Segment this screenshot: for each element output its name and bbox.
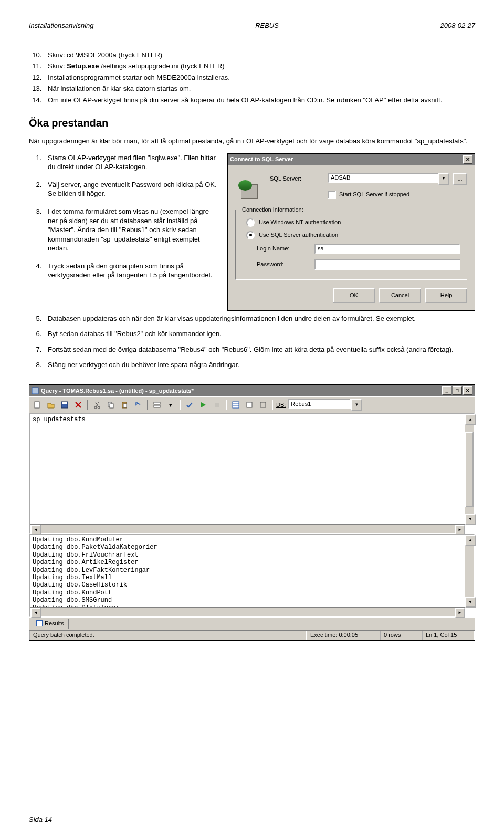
svg-rect-10 (154, 402, 160, 404)
query-editor-text: sp_updatestats (33, 416, 86, 423)
execute-mode-icon[interactable] (151, 399, 163, 411)
result-line: Updating dbo.SMSGrund (33, 597, 471, 604)
section-intro: När uppgraderingen är klar bör man, för … (29, 137, 475, 146)
svg-rect-7 (110, 404, 113, 408)
execute-icon[interactable] (197, 399, 209, 411)
scroll-up-icon[interactable]: ▲ (465, 414, 476, 425)
db-label: DB: (276, 401, 286, 409)
list-item: Om inte OLAP-verktyget finns på din serv… (44, 96, 475, 105)
scroll-down-icon[interactable]: ▼ (465, 597, 476, 608)
maximize-icon[interactable]: □ (453, 386, 462, 395)
results-scrollbar-h[interactable]: ◀ ▶ (30, 607, 465, 616)
cut-icon[interactable] (91, 399, 103, 411)
svg-rect-17 (260, 402, 266, 407)
result-line: Updating dbo.KundModuler (33, 536, 471, 543)
header-center: REBUS (255, 21, 279, 30)
connect-dialog: Connect to SQL Server ✕ SQL Server: ADSA… (227, 153, 475, 311)
new-query-icon[interactable] (32, 399, 43, 411)
plan-icon[interactable] (244, 399, 255, 411)
scroll-right-icon[interactable]: ▶ (455, 608, 465, 618)
auth-sql-radio[interactable]: Use SQL Server authentication (246, 231, 460, 239)
scroll-down-icon[interactable]: ▼ (465, 514, 476, 525)
list-item: I det tomma formuläret som visas nu (exe… (44, 207, 218, 253)
header-right: 2008-02-27 (440, 21, 476, 30)
results-tab[interactable]: Results (32, 619, 69, 629)
list-item: Stäng ner verktyget och du behöver inte … (44, 360, 475, 370)
undo-icon[interactable] (132, 399, 144, 411)
section-heading: Öka prestandan (29, 116, 475, 130)
query-editor[interactable]: sp_updatestats ▲ ▼ ◀ ▶ (29, 413, 475, 534)
sql-server-field[interactable]: ADSAB (328, 173, 438, 183)
editor-scrollbar-v[interactable]: ▲ ▼ (465, 414, 474, 525)
dropdown-icon[interactable]: ▾ (165, 399, 176, 411)
password-field[interactable] (314, 259, 460, 270)
browse-button[interactable]: ... (453, 173, 467, 185)
help-button[interactable]: Help (425, 288, 467, 303)
start-sql-checkbox[interactable] (328, 191, 336, 199)
list-item: Installationsprogrammet startar och MSDE… (44, 73, 475, 82)
svg-rect-12 (215, 403, 219, 407)
connection-info-legend: Connection Information: (240, 206, 306, 214)
qa-status-bar: Query batch completed. Exec time: 0:00:0… (29, 630, 475, 640)
results-grid-icon[interactable] (230, 399, 242, 411)
status-rows: 0 rows (380, 631, 422, 640)
list-item: När installationen är klar ska datorn st… (44, 84, 475, 93)
sql-server-combo[interactable]: ADSAB ▼ (328, 173, 449, 185)
list-item: Fortsätt sedan med de övriga databaserna… (44, 345, 475, 354)
list-item: Välj server, ange eventuellt Password oc… (44, 180, 218, 198)
grid-icon (36, 620, 43, 626)
paste-icon[interactable] (119, 399, 130, 411)
result-line: Updating dbo.LevFaktKonteringar (33, 567, 471, 574)
status-exec-time: Exec time: 0:00:05 (307, 631, 380, 640)
results-tab-label: Results (45, 620, 64, 627)
instructions-top-list: Skriv: cd \MSDE2000a (tryck ENTER) Skriv… (29, 50, 475, 105)
delete-icon[interactable] (72, 399, 84, 411)
auth-nt-label: Use Windows NT authentication (259, 218, 341, 226)
results-scrollbar-v[interactable]: ▲ ▼ (465, 535, 474, 608)
db-combo-value[interactable]: Rebus1 (288, 399, 351, 409)
result-line: Updating dbo.PaketValdaKategorier (33, 543, 471, 551)
options-icon[interactable] (257, 399, 269, 411)
steps-list-below: Databasen uppdateras och när den är klar… (29, 314, 475, 370)
svg-rect-1 (35, 402, 39, 408)
scroll-thumb[interactable] (465, 432, 474, 507)
header-left: Installationsanvisning (29, 21, 94, 30)
sql-server-label: SQL Server: (270, 175, 328, 183)
close-icon[interactable]: ✕ (463, 155, 472, 164)
qa-app-icon (32, 387, 39, 394)
save-icon[interactable] (59, 399, 70, 411)
scroll-up-icon[interactable]: ▲ (465, 535, 476, 546)
qa-toolbar: ▾ DB: Rebus1 ▼ (29, 396, 475, 413)
result-line: Updating dbo.ArtikelRegister (33, 559, 471, 566)
scroll-left-icon[interactable]: ◀ (30, 525, 41, 535)
query-analyzer-window: Query - TOMAS.Rebus1.sa - (untitled) - s… (29, 384, 475, 641)
ok-button[interactable]: OK (333, 288, 375, 303)
open-icon[interactable] (45, 399, 57, 411)
result-line: Updating dbo.FriVouchrarText (33, 551, 471, 559)
svg-rect-9 (123, 404, 127, 407)
auth-sql-label: Use SQL Server authentication (259, 231, 338, 239)
parse-icon[interactable] (184, 399, 195, 411)
svg-rect-11 (154, 405, 160, 407)
scroll-right-icon[interactable]: ▶ (455, 525, 465, 535)
cancel-button[interactable]: Cancel (379, 288, 421, 303)
stop-icon[interactable] (211, 399, 223, 411)
scroll-left-icon[interactable]: ◀ (30, 608, 41, 618)
list-item: Skriv: cd \MSDE2000a (tryck ENTER) (44, 50, 475, 60)
close-icon[interactable]: ✕ (463, 386, 472, 395)
chevron-down-icon[interactable]: ▼ (351, 399, 362, 411)
login-name-label: Login Name: (257, 245, 314, 253)
results-pane[interactable]: Updating dbo.KundModuler Updating dbo.Pa… (29, 534, 475, 617)
editor-scrollbar-h[interactable]: ◀ ▶ (30, 524, 465, 533)
minimize-icon[interactable]: _ (442, 386, 452, 395)
password-label: Password: (257, 260, 314, 268)
start-sql-label: Start SQL Server if stopped (339, 191, 410, 198)
svg-rect-0 (32, 388, 38, 394)
steps-list-left: Starta OLAP-verktyget med filen "isqlw.e… (29, 153, 218, 280)
login-name-field[interactable]: sa (314, 244, 460, 254)
list-item: Starta OLAP-verktyget med filen "isqlw.e… (44, 153, 218, 172)
auth-nt-radio[interactable]: Use Windows NT authentication (246, 218, 460, 227)
list-item: Skriv: Setup.exe /settings setupupgrade.… (44, 61, 475, 71)
copy-icon[interactable] (105, 399, 117, 411)
chevron-down-icon[interactable]: ▼ (438, 173, 449, 185)
